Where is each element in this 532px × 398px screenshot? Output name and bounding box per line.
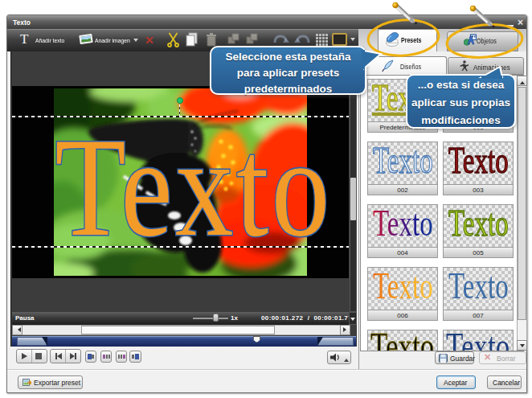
svg-text:Texto: Texto: [55, 120, 333, 256]
